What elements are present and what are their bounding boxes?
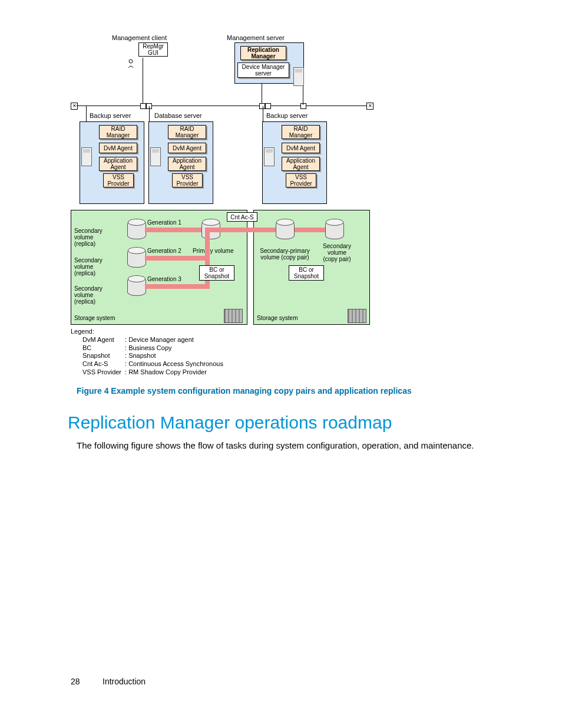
- system-configuration-diagram: ✕ ✕ Management client RepMgr GUI Managem…: [71, 33, 371, 378]
- repmgr-gui-box: RepMgr GUI: [138, 42, 168, 57]
- management-client-label: Management client: [112, 34, 167, 41]
- network-junction-icon: [265, 103, 271, 109]
- cylinder-icon: [127, 277, 146, 296]
- snapshot-line: Snapshot: [204, 273, 229, 279]
- raid-line2: Manager: [289, 132, 312, 139]
- section-heading: Replication Manager operations roadmap: [68, 413, 392, 433]
- repmgr-gui-line2: GUI: [148, 50, 158, 56]
- vss-provider-box: VSSProvider: [103, 173, 134, 187]
- drop-line: [263, 106, 263, 121]
- server-icon: [264, 147, 275, 166]
- dvm-agent-box: DvM Agent: [282, 143, 320, 153]
- secondary-volume-label-2: Secondaryvolume(replica): [74, 257, 103, 276]
- legend-row: VSS Provider: RM Shadow Copy Provider: [82, 368, 227, 377]
- network-junction-icon: [300, 103, 306, 109]
- raid-line1: RAID: [294, 126, 308, 132]
- generation-2-label: Generation 2: [147, 248, 181, 254]
- replication-arrow: [210, 228, 278, 232]
- device-manager-server-box: Device Manager server: [237, 62, 289, 78]
- storage-array-icon: [348, 309, 366, 323]
- cylinder-icon: [127, 220, 146, 239]
- network-endpoint-icon: ✕: [366, 103, 373, 110]
- storage-array-icon: [224, 309, 243, 323]
- net-vline: [143, 58, 143, 104]
- primary-volume-label: Primary volume: [193, 248, 233, 254]
- drop-line: [149, 106, 150, 121]
- replication-manager-box: Replication Manager: [240, 46, 286, 60]
- dvm-agent-box: DvM Agent: [99, 143, 137, 153]
- app-agent-line2: Agent: [293, 164, 308, 170]
- figure-caption: Figure 4 Example system configuration ma…: [77, 386, 489, 396]
- backup-server-label-1: Backup server: [90, 112, 131, 119]
- dvm-agent-text: DvM Agent: [104, 145, 133, 151]
- network-junction-icon: [140, 103, 146, 109]
- bc-snapshot-box-2: BC orSnapshot: [289, 265, 324, 281]
- vss-line1: VSS: [113, 174, 124, 180]
- svg-point-0: [129, 60, 133, 63]
- server-icon: [81, 147, 92, 166]
- app-agent-line1: Application: [286, 157, 315, 164]
- legend-row: Cnt Ac-S: Continuous Access Synchronous: [82, 360, 227, 368]
- app-agent-line1: Application: [173, 157, 201, 164]
- dms-line2: server: [255, 70, 272, 77]
- rep-mgr-line1: Replication: [247, 47, 279, 53]
- network-endpoint-icon: ✕: [71, 103, 78, 110]
- cnt-ac-s-text: Cnt Ac-S: [230, 214, 253, 220]
- secondary-volume-label-1: Secondaryvolume(replica): [74, 228, 103, 247]
- chapter-name: Introduction: [103, 677, 146, 686]
- body-paragraph: The following figure shows the flow of t…: [77, 440, 542, 450]
- legend: Legend: DvM Agent: Device Manager agent …: [71, 328, 227, 377]
- database-server-label: Database server: [154, 112, 202, 119]
- backup-server-label-2: Backup server: [266, 112, 308, 119]
- legend-title: Legend:: [71, 328, 227, 336]
- bc-or-line: BC or: [299, 266, 314, 273]
- repmgr-gui-line1: RepMgr: [143, 43, 164, 50]
- vss-line1: VSS: [181, 174, 193, 180]
- raid-line1: RAID: [111, 126, 125, 132]
- replication-arrow: [295, 228, 325, 232]
- snapshot-line: Snapshot: [294, 273, 319, 279]
- bc-snapshot-box-1: BC orSnapshot: [199, 265, 234, 281]
- page-number: 28: [71, 677, 80, 686]
- legend-row: Snapshot: Snapshot: [82, 352, 227, 360]
- secondary-volume-label-3: Secondaryvolume(replica): [74, 285, 103, 305]
- secondary-copy-label: Secondaryvolume(copy pair): [319, 243, 355, 262]
- secondary-primary-label: Secondary-primaryvolume (copy pair): [257, 248, 313, 261]
- server-icon: [293, 67, 304, 86]
- cylinder-icon: [276, 220, 295, 239]
- replication-arrow: [145, 228, 201, 232]
- storage-system-label-2: Storage system: [257, 315, 297, 321]
- raid-manager-box: RAIDManager: [99, 125, 137, 139]
- user-icon: [127, 58, 138, 70]
- raid-manager-box: RAIDManager: [282, 125, 320, 139]
- bc-or-line: BC or: [209, 266, 224, 273]
- raid-manager-box: RAIDManager: [168, 125, 206, 139]
- generation-1-label: Generation 1: [147, 219, 181, 226]
- application-agent-box: ApplicationAgent: [168, 157, 206, 171]
- management-server-label: Management server: [227, 34, 285, 41]
- vss-line2: Provider: [290, 180, 312, 187]
- application-agent-box: ApplicationAgent: [99, 157, 137, 171]
- replication-arrow: [145, 284, 210, 289]
- replication-arrow: [145, 256, 210, 261]
- dms-line1: Device Manager: [242, 64, 285, 70]
- vss-provider-box: VSSProvider: [172, 173, 203, 187]
- dvm-agent-text: DvM Agent: [286, 145, 315, 151]
- app-agent-line2: Agent: [110, 164, 125, 170]
- drop-line: [86, 106, 87, 121]
- network-line: [77, 106, 370, 106]
- rep-mgr-line2: Manager: [251, 53, 275, 60]
- net-vline: [303, 85, 303, 105]
- vss-line1: VSS: [295, 174, 307, 180]
- raid-line1: RAID: [180, 126, 194, 132]
- server-icon: [150, 147, 161, 166]
- generation-3-label: Generation 3: [147, 276, 181, 282]
- application-agent-box: ApplicationAgent: [282, 157, 320, 171]
- app-agent-line2: Agent: [179, 164, 194, 170]
- vss-line2: Provider: [176, 180, 198, 187]
- cylinder-icon: [325, 220, 344, 239]
- dvm-agent-box: DvM Agent: [168, 143, 206, 153]
- legend-row: DvM Agent: Device Manager agent: [82, 336, 227, 344]
- raid-line2: Manager: [176, 132, 199, 139]
- app-agent-line1: Application: [104, 157, 133, 164]
